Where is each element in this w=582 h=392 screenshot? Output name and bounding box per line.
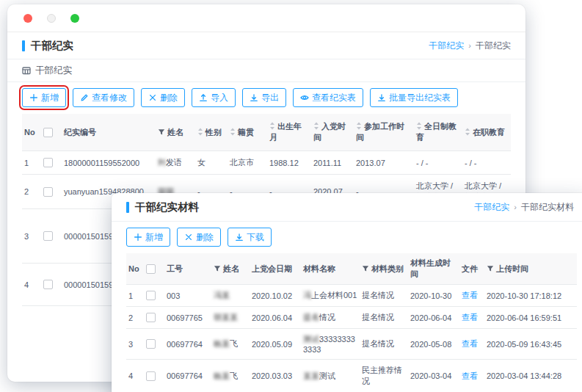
column-header-gender[interactable]: 性别 <box>195 114 228 151</box>
row-checkbox[interactable] <box>146 313 156 322</box>
cell-select <box>144 329 164 360</box>
breadcrumb-parent[interactable]: 干部纪实 <box>429 40 464 52</box>
column-header-edu_full[interactable]: 全日制教育 <box>414 114 462 151</box>
cell-file: 查看 <box>459 360 484 392</box>
dialog-title: 干部纪实材料 <box>135 200 199 214</box>
view-record-sheet-button[interactable]: 查看纪实表 <box>293 88 363 107</box>
filter-funnel-icon[interactable] <box>362 265 369 272</box>
minimize-window-button[interactable] <box>47 14 56 23</box>
cell-select <box>144 360 164 392</box>
cell-select <box>41 209 62 264</box>
view-file-link[interactable]: 查看 <box>462 371 478 380</box>
page-title: 干部纪实 <box>31 39 73 53</box>
page-title-wrap: 干部纪实 <box>22 39 73 53</box>
column-header-material: 材料名称 <box>301 253 360 285</box>
delete-button[interactable]: 删除 <box>141 88 185 107</box>
button-label: 下载 <box>247 231 264 244</box>
column-header-work[interactable]: 参加工作时间 <box>354 114 414 151</box>
plus-icon <box>134 233 142 242</box>
redacted-text: 冯 <box>303 291 311 300</box>
select-all-checkbox[interactable] <box>146 264 156 274</box>
filter-funnel-icon[interactable] <box>487 265 494 272</box>
column-label: 上传时间 <box>496 264 528 273</box>
sort-icon[interactable] <box>269 122 275 130</box>
close-icon <box>148 93 157 102</box>
column-header-edu_job[interactable]: 在职教育 <box>462 114 511 151</box>
row-checkbox[interactable] <box>43 231 53 241</box>
select-all-header[interactable] <box>41 114 62 151</box>
cell-select <box>144 307 164 329</box>
close-window-button[interactable] <box>23 14 32 23</box>
download-material-button[interactable]: 下载 <box>228 228 272 247</box>
column-header-code: 纪实编号 <box>62 114 156 151</box>
cell-select <box>41 175 62 209</box>
sort-icon[interactable] <box>356 122 362 130</box>
export-button[interactable]: 导出 <box>242 88 286 107</box>
cell-no: 3 <box>22 209 41 264</box>
table-header-row: No纪实编号姓名性别籍贯出生年月入党时间参加工作时间全日制教育在职教育 <box>22 114 511 151</box>
column-header-party[interactable]: 入党时间 <box>311 114 354 151</box>
cell-generated: 2020-03-04 <box>408 360 459 392</box>
cell-no: 2 <box>22 175 41 209</box>
column-header-uploaded[interactable]: 上传时间 <box>484 253 577 285</box>
column-header-origin[interactable]: 籍贯 <box>228 114 267 151</box>
filter-funnel-icon[interactable] <box>214 265 221 272</box>
cell-name: 胡某某 <box>211 307 250 329</box>
cell-file: 查看 <box>459 285 484 307</box>
column-label: 材料生成时间 <box>410 258 451 278</box>
redacted-text: 冯某 <box>214 291 230 300</box>
cell-uploaded: 2020-10-30 17:18:12 <box>484 285 577 307</box>
delete-material-button[interactable]: 删除 <box>177 228 221 247</box>
import-button[interactable]: 导入 <box>192 88 236 107</box>
breadcrumb-parent[interactable]: 干部纪实 <box>474 201 509 214</box>
select-all-checkbox[interactable] <box>43 128 53 137</box>
row-checkbox[interactable] <box>43 187 53 197</box>
breadcrumb-separator-icon: › <box>514 203 517 211</box>
column-label: 籍贯 <box>238 128 254 137</box>
column-header-name[interactable]: 姓名 <box>211 253 250 285</box>
cell-name: 冯某 <box>211 285 250 307</box>
cell-name: 杨某飞 <box>211 360 250 392</box>
row-checkbox[interactable] <box>43 280 53 289</box>
row-checkbox[interactable] <box>43 158 53 167</box>
window-titlebar <box>7 4 525 32</box>
table-row: 1003冯某2020.10.02冯上会材料001提名情况2020-10-30查看… <box>126 285 577 307</box>
import-icon <box>199 93 208 102</box>
select-all-header[interactable] <box>144 253 164 285</box>
batch-export-sheet-button[interactable]: 批量导出纪实表 <box>370 88 458 107</box>
column-header-category[interactable]: 材料类别 <box>360 253 408 285</box>
column-header-meeting_date: 上党会日期 <box>250 253 301 285</box>
view-file-link[interactable]: 查看 <box>462 291 478 300</box>
column-header-emp_id: 工号 <box>164 253 211 285</box>
redacted-text: 杨某 <box>214 371 230 380</box>
view-file-link[interactable]: 查看 <box>462 339 478 348</box>
cell-select <box>144 285 164 307</box>
add-button[interactable]: 新增 <box>22 88 66 107</box>
filter-funnel-icon[interactable] <box>158 128 165 136</box>
button-label: 删除 <box>196 231 214 244</box>
sort-icon[interactable] <box>465 128 470 136</box>
column-header-birth[interactable]: 出生年月 <box>267 114 311 151</box>
cell-work: 2013.07 <box>354 151 414 175</box>
cell-meeting_date: 2020.10.02 <box>250 285 301 307</box>
sort-icon[interactable] <box>197 128 203 136</box>
button-label: 导入 <box>211 92 228 104</box>
cell-origin: 北京市 <box>228 151 267 175</box>
cell-meeting_date: 2020.03.03 <box>250 360 301 392</box>
cell-no: 4 <box>126 360 144 392</box>
row-checkbox[interactable] <box>146 339 156 349</box>
sort-icon[interactable] <box>416 122 422 130</box>
dialog-title-wrap: 干部纪实材料 <box>126 200 199 214</box>
column-header-name[interactable]: 姓名 <box>156 114 195 151</box>
column-label: 工号 <box>167 264 183 273</box>
row-checkbox[interactable] <box>146 291 156 300</box>
row-checkbox[interactable] <box>146 371 156 381</box>
sort-icon[interactable] <box>230 128 236 136</box>
view-edit-button[interactable]: 查看修改 <box>73 88 134 107</box>
add-material-button[interactable]: 新增 <box>126 228 170 247</box>
button-label: 查看纪实表 <box>312 92 356 104</box>
maximize-window-button[interactable] <box>70 14 79 23</box>
cell-file: 查看 <box>459 329 484 360</box>
view-file-link[interactable]: 查看 <box>462 313 478 322</box>
sort-icon[interactable] <box>313 122 319 130</box>
